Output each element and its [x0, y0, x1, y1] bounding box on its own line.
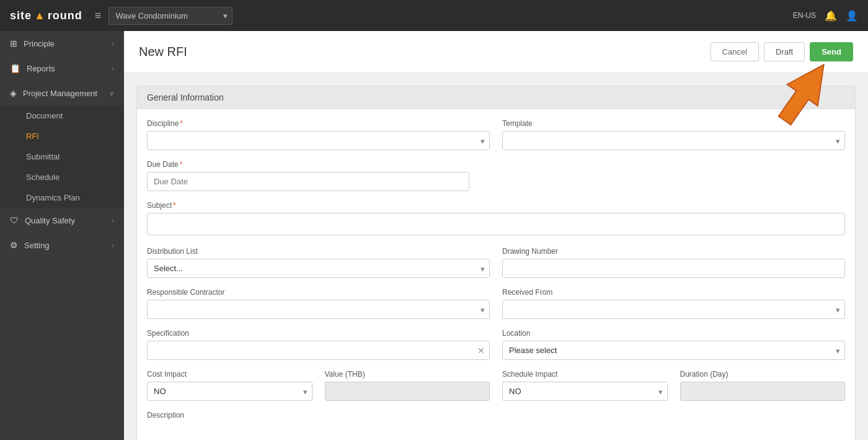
cost-impact-select[interactable]: NO YES — [147, 382, 312, 401]
form-row-cost-impact: Cost Impact NO YES Value (THB) — [147, 370, 845, 401]
cost-impact-select-wrap[interactable]: NO YES — [147, 382, 312, 401]
form-row-discipline-template: Discipline Template — [147, 119, 845, 150]
content-area: New RFI Cancel Draft Send General Inform… — [124, 31, 868, 440]
project-dropdown-wrap[interactable]: Wave Condominium — [108, 7, 232, 25]
subject-textarea[interactable] — [147, 213, 845, 235]
send-button[interactable]: Send — [810, 42, 853, 61]
due-date-input[interactable] — [147, 172, 469, 191]
field-group-received-from: Received From — [502, 288, 845, 319]
sidebar-label-document: Document — [26, 111, 63, 120]
form-section-general: General Information Discipline — [136, 86, 856, 440]
template-select[interactable] — [502, 131, 845, 150]
received-from-label: Received From — [502, 288, 845, 297]
form-row-contractor-received: Responsible Contractor Received From — [147, 288, 845, 319]
location-select-wrap[interactable]: Please select — [502, 341, 845, 360]
chevron-icon-quality: › — [112, 217, 114, 224]
hamburger-icon[interactable]: ≡ — [95, 9, 102, 22]
form-row-specification-location: Specification ✕ Location Please select — [147, 329, 845, 360]
notification-bell-icon[interactable]: 🔔 — [825, 10, 837, 22]
sidebar-item-principle[interactable]: ⊞ Principle › — [0, 31, 124, 56]
schedule-impact-label: Schedule Impact — [502, 370, 668, 379]
contractor-label: Responsible Contractor — [147, 288, 490, 297]
contractor-select-wrap[interactable] — [147, 300, 490, 319]
field-group-cost-impact: Cost Impact NO YES — [147, 370, 312, 401]
sidebar-item-project-management[interactable]: ◈ Project Management ∨ — [0, 81, 124, 106]
location-select[interactable]: Please select — [502, 341, 845, 360]
sidebar-item-submittal[interactable]: Submittal — [0, 146, 124, 167]
sidebar-item-rfi[interactable]: RFI — [0, 126, 124, 146]
sidebar-label-project-management: Project Management — [23, 89, 97, 98]
field-group-distribution: Distribution List Select... — [147, 247, 490, 278]
field-group-contractor: Responsible Contractor — [147, 288, 490, 319]
sidebar-item-setting[interactable]: ⚙ Setting › — [0, 233, 124, 258]
sidebar-label-quality-safety: Quality Safety — [25, 216, 75, 225]
specification-input[interactable] — [147, 341, 490, 360]
logo-arrow-icon: ▲ — [34, 9, 45, 22]
field-group-drawing-number: Drawing Number — [502, 247, 845, 278]
chevron-icon-principle: › — [112, 40, 114, 47]
quality-safety-icon: 🛡 — [10, 215, 19, 225]
header-center: ≡ Wave Condominium — [82, 7, 793, 25]
project-select[interactable]: Wave Condominium — [108, 7, 232, 25]
user-avatar-icon[interactable]: 👤 — [846, 10, 858, 22]
chevron-icon-pm: ∨ — [109, 89, 114, 97]
header-actions: Cancel Draft Send — [711, 42, 853, 61]
sidebar-item-document[interactable]: Document — [0, 106, 124, 126]
specification-input-wrap: ✕ — [147, 341, 490, 360]
specification-label: Specification — [147, 329, 490, 338]
due-date-label: Due Date — [147, 160, 490, 169]
cost-impact-label: Cost Impact — [147, 370, 312, 379]
sidebar: ⊞ Principle › 📋 Reports › ◈ Project Mana… — [0, 31, 124, 440]
drawing-number-label: Drawing Number — [502, 247, 845, 256]
cancel-button[interactable]: Cancel — [711, 42, 759, 61]
field-group-description: Description — [147, 411, 845, 423]
sidebar-label-dynamics-plan: Dynamics Plan — [26, 193, 80, 202]
logo: site ▲ round — [10, 9, 82, 22]
logo-text-2: round — [48, 9, 82, 22]
distribution-select-wrap[interactable]: Select... — [147, 259, 490, 278]
field-group-duration-day: Duration (Day) — [680, 370, 846, 401]
setting-icon: ⚙ — [10, 240, 18, 250]
header-right: EN-US 🔔 👤 — [793, 10, 858, 22]
distribution-label: Distribution List — [147, 247, 490, 256]
form-row-subject: Subject — [147, 201, 845, 237]
specification-clear-button[interactable]: ✕ — [477, 346, 485, 356]
language-label: EN-US — [793, 11, 816, 20]
received-from-select[interactable] — [502, 300, 845, 319]
form-area: General Information Discipline — [124, 73, 868, 440]
draft-button[interactable]: Draft — [764, 42, 805, 61]
contractor-select[interactable] — [147, 300, 490, 319]
schedule-impact-select-wrap[interactable]: NO YES — [502, 382, 668, 401]
sidebar-label-rfi: RFI — [26, 132, 39, 141]
main-layout: ⊞ Principle › 📋 Reports › ◈ Project Mana… — [0, 31, 868, 440]
chevron-icon-setting: › — [112, 241, 114, 249]
field-group-location: Location Please select — [502, 329, 845, 360]
field-group-specification: Specification ✕ — [147, 329, 490, 360]
drawing-number-input[interactable] — [502, 259, 845, 278]
sidebar-item-schedule[interactable]: Schedule — [0, 167, 124, 187]
reports-icon: 📋 — [10, 63, 20, 73]
principle-icon: ⊞ — [10, 38, 17, 48]
location-label: Location — [502, 329, 845, 338]
subject-label: Subject — [147, 201, 845, 210]
sidebar-sub-project-management: Document RFI Submittal Schedule Dynamics… — [0, 106, 124, 208]
duration-day-input[interactable] — [680, 382, 846, 401]
discipline-select[interactable] — [147, 131, 490, 150]
discipline-select-wrap[interactable] — [147, 131, 490, 150]
sidebar-label-setting: Setting — [24, 241, 49, 250]
duration-day-label: Duration (Day) — [680, 370, 846, 379]
schedule-impact-select[interactable]: NO YES — [502, 382, 668, 401]
sidebar-item-reports[interactable]: 📋 Reports › — [0, 56, 124, 81]
section-title: General Information — [137, 86, 855, 109]
template-select-wrap[interactable] — [502, 131, 845, 150]
value-thb-input[interactable] — [325, 382, 490, 401]
sidebar-item-dynamics-plan[interactable]: Dynamics Plan — [0, 187, 124, 208]
sidebar-label-reports: Reports — [27, 64, 55, 73]
distribution-select[interactable]: Select... — [147, 259, 490, 278]
project-management-icon: ◈ — [10, 88, 17, 98]
sidebar-item-quality-safety[interactable]: 🛡 Quality Safety › — [0, 208, 124, 233]
field-group-schedule-impact: Schedule Impact NO YES — [502, 370, 668, 401]
field-group-discipline: Discipline — [147, 119, 490, 150]
form-row-description: Description — [147, 411, 845, 423]
received-from-select-wrap[interactable] — [502, 300, 845, 319]
